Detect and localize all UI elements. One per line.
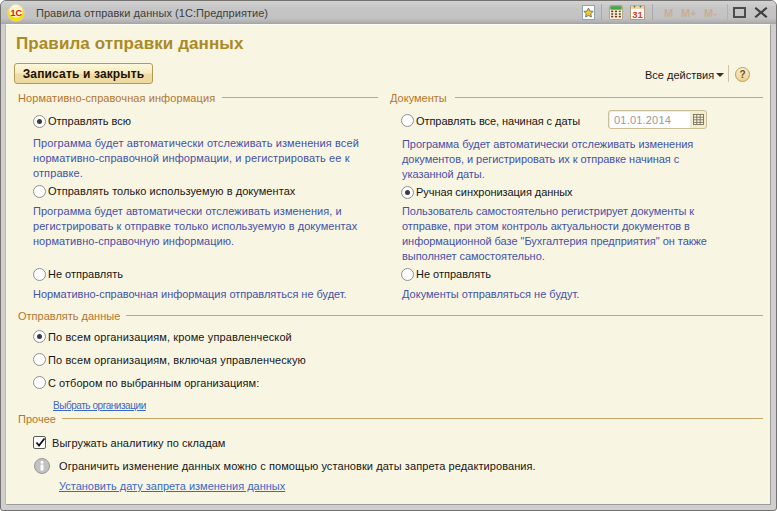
svg-text:1С: 1С (10, 8, 22, 18)
svg-text:31: 31 (632, 9, 643, 20)
